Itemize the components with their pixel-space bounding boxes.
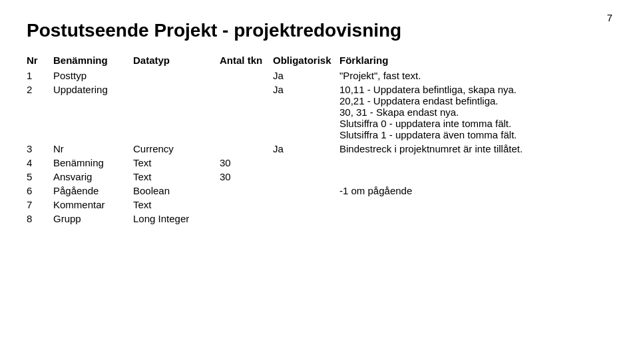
cell-forklaring: "Projekt", fast text. (339, 69, 612, 83)
cell-benamning: Ansvarig (53, 170, 133, 184)
table-row: 6 Pågående Boolean -1 om pågående (27, 184, 612, 198)
table-row: 2 Uppdatering Ja 10,11 - Uppdatera befin… (27, 83, 612, 142)
cell-benamning: Posttyp (53, 69, 133, 83)
cell-forklaring: -1 om pågående (339, 184, 612, 198)
cell-benamning: Benämning (53, 156, 133, 170)
cell-antal (220, 83, 273, 142)
cell-benamning: Nr (53, 142, 133, 156)
cell-obligatorisk (273, 170, 339, 184)
cell-obligatorisk (273, 212, 339, 226)
cell-nr: 7 (27, 198, 53, 212)
cell-datatyp: Currency (133, 142, 220, 156)
cell-antal (220, 184, 273, 198)
cell-benamning: Kommentar (53, 198, 133, 212)
cell-nr: 2 (27, 83, 53, 142)
cell-datatyp: Boolean (133, 184, 220, 198)
cell-obligatorisk (273, 184, 339, 198)
cell-datatyp (133, 69, 220, 83)
cell-nr: 6 (27, 184, 53, 198)
cell-nr: 3 (27, 142, 53, 156)
col-header-datatyp: Datatyp (133, 53, 220, 69)
cell-forklaring: 10,11 - Uppdatera befintliga, skapa nya.… (339, 83, 612, 142)
col-header-forklaring: Förklaring (339, 53, 612, 69)
cell-datatyp: Long Integer (133, 212, 220, 226)
col-header-obligatorisk: Obligatorisk (273, 53, 339, 69)
cell-antal: 30 (220, 156, 273, 170)
cell-benamning: Grupp (53, 212, 133, 226)
page-title: Postutseende Projekt - projektredovisnin… (27, 20, 612, 41)
cell-datatyp: Text (133, 170, 220, 184)
cell-antal (220, 212, 273, 226)
cell-antal: 30 (220, 170, 273, 184)
cell-datatyp: Text (133, 198, 220, 212)
cell-nr: 8 (27, 212, 53, 226)
cell-forklaring: Bindestreck i projektnumret är inte till… (339, 142, 612, 156)
col-header-benamning: Benämning (53, 53, 133, 69)
table-row: 3 Nr Currency Ja Bindestreck i projektnu… (27, 142, 612, 156)
cell-obligatorisk: Ja (273, 142, 339, 156)
table-row: 5 Ansvarig Text 30 (27, 170, 612, 184)
table-row: 4 Benämning Text 30 (27, 156, 612, 170)
cell-forklaring (339, 156, 612, 170)
cell-antal (220, 69, 273, 83)
col-header-nr: Nr (27, 53, 53, 69)
col-header-antal: Antal tkn (220, 53, 273, 69)
page-number: 7 (607, 12, 612, 23)
cell-datatyp: Text (133, 156, 220, 170)
cell-forklaring (339, 198, 612, 212)
cell-obligatorisk: Ja (273, 69, 339, 83)
cell-obligatorisk: Ja (273, 83, 339, 142)
cell-obligatorisk (273, 198, 339, 212)
table-row: 7 Kommentar Text (27, 198, 612, 212)
cell-nr: 5 (27, 170, 53, 184)
cell-antal (220, 142, 273, 156)
table-row: 1 Posttyp Ja "Projekt", fast text. (27, 69, 612, 83)
main-table: Nr Benämning Datatyp Antal tkn Obligator… (27, 53, 612, 226)
cell-obligatorisk (273, 156, 339, 170)
cell-forklaring (339, 170, 612, 184)
cell-antal (220, 198, 273, 212)
cell-benamning: Pågående (53, 184, 133, 198)
table-row: 8 Grupp Long Integer (27, 212, 612, 226)
cell-benamning: Uppdatering (53, 83, 133, 142)
cell-datatyp (133, 83, 220, 142)
cell-nr: 1 (27, 69, 53, 83)
cell-forklaring (339, 212, 612, 226)
cell-nr: 4 (27, 156, 53, 170)
